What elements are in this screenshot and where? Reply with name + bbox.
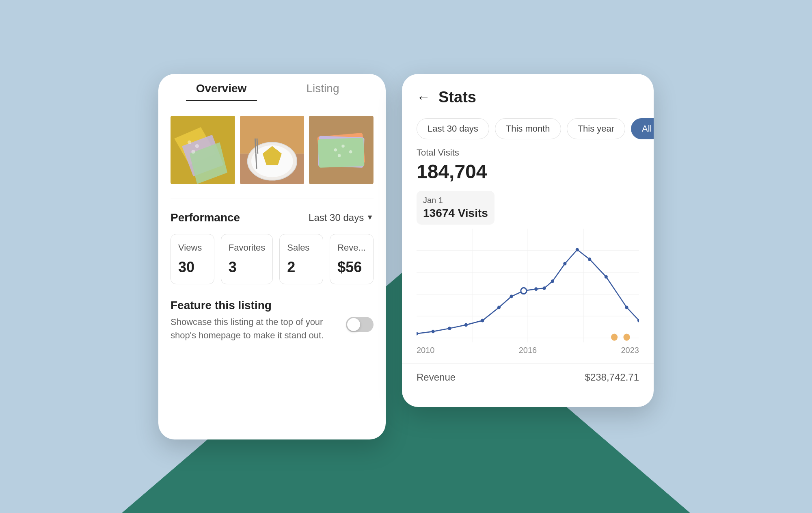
svg-point-39 <box>481 318 484 322</box>
svg-point-44 <box>543 286 546 290</box>
svg-point-49 <box>605 275 608 279</box>
stats-content: Total Visits 184,704 Jan 1 13674 Visits <box>402 147 654 355</box>
stat-value-views: 30 <box>178 259 207 276</box>
tabs-row: Overview Listing <box>158 74 386 101</box>
stats-header: ← Stats <box>402 74 654 114</box>
svg-line-17 <box>256 154 257 169</box>
year-2023: 2023 <box>621 346 639 355</box>
period-label: Last 30 days <box>309 212 364 223</box>
svg-point-6 <box>195 144 199 147</box>
filter-pills: Last 30 days This month This year All ti… <box>402 114 654 147</box>
pill-thismonth[interactable]: This month <box>495 118 561 139</box>
performance-section: Performance Last 30 days ▼ Views 30 Favo… <box>158 199 386 284</box>
screens-container: Overview Listing <box>126 50 686 464</box>
product-image-3[interactable] <box>309 113 374 186</box>
pill-last30days[interactable]: Last 30 days <box>417 118 489 139</box>
svg-point-36 <box>432 329 435 333</box>
feature-section: Feature this listing Showcase this listi… <box>158 284 386 342</box>
svg-point-35 <box>417 332 418 336</box>
performance-title: Performance <box>171 211 240 224</box>
product-images-row <box>158 101 386 199</box>
stat-label-revenue: Reve... <box>337 242 366 253</box>
year-2016: 2016 <box>519 346 537 355</box>
stat-value-sales: 2 <box>287 259 315 276</box>
line-chart <box>417 229 639 342</box>
total-visits-label: Total Visits <box>417 147 639 158</box>
svg-point-53 <box>623 333 630 340</box>
product-image-2[interactable] <box>240 113 304 186</box>
svg-line-15 <box>255 138 256 153</box>
revenue-value: $238,742.71 <box>585 372 639 383</box>
svg-point-42 <box>521 288 527 294</box>
svg-point-25 <box>349 150 352 153</box>
stat-card-sales: Sales 2 <box>279 234 323 284</box>
stat-label-favorites: Favorites <box>229 242 265 253</box>
svg-point-5 <box>188 140 191 144</box>
svg-point-45 <box>551 279 554 283</box>
svg-point-50 <box>625 305 628 309</box>
year-2010: 2010 <box>417 346 435 355</box>
svg-point-24 <box>342 144 345 147</box>
tooltip-date: Jan 1 <box>423 196 488 205</box>
tooltip-value: 13674 Visits <box>423 207 488 220</box>
tab-overview[interactable]: Overview <box>171 82 272 101</box>
performance-header: Performance Last 30 days ▼ <box>171 211 374 224</box>
back-button[interactable]: ← <box>417 89 430 105</box>
svg-point-48 <box>588 258 591 261</box>
svg-point-38 <box>464 323 468 327</box>
dropdown-arrow-icon: ▼ <box>366 213 374 222</box>
stat-value-revenue: $56 <box>337 259 366 276</box>
stat-card-favorites: Favorites 3 <box>221 234 273 284</box>
svg-point-23 <box>334 148 337 151</box>
total-visits-value: 184,704 <box>417 160 639 183</box>
pill-thisyear[interactable]: This year <box>567 118 625 139</box>
svg-point-46 <box>563 262 566 265</box>
stat-card-revenue: Reve... $56 <box>330 234 374 284</box>
stats-screen: ← Stats Last 30 days This month This yea… <box>402 74 654 407</box>
stats-grid: Views 30 Favorites 3 Sales 2 Reve... $56 <box>171 234 374 284</box>
chart-tooltip: Jan 1 13674 Visits <box>417 191 495 225</box>
svg-line-16 <box>257 138 258 153</box>
svg-point-52 <box>611 333 618 340</box>
stat-card-views: Views 30 <box>171 234 214 284</box>
feature-row: Showcase this listing at the top of your… <box>171 315 374 342</box>
pill-alltime[interactable]: All time <box>631 118 654 139</box>
svg-point-26 <box>338 154 341 157</box>
left-phone-screen: Overview Listing <box>158 74 386 439</box>
revenue-label: Revenue <box>417 372 456 383</box>
feature-description: Showcase this listing at the top of your… <box>171 315 338 342</box>
revenue-section: Revenue $238,742.71 <box>402 363 654 383</box>
svg-point-47 <box>576 248 579 251</box>
stat-label-sales: Sales <box>287 242 315 253</box>
stat-value-favorites: 3 <box>229 259 265 276</box>
feature-toggle[interactable] <box>346 317 374 332</box>
product-image-1[interactable] <box>171 113 235 186</box>
revenue-row: Revenue $238,742.71 <box>417 372 639 383</box>
feature-listing-title: Feature this listing <box>171 299 374 312</box>
period-selector[interactable]: Last 30 days ▼ <box>309 212 374 223</box>
stat-label-views: Views <box>178 242 207 253</box>
svg-point-37 <box>448 327 451 330</box>
svg-point-7 <box>191 150 195 154</box>
stats-main: Total Visits 184,704 Jan 1 13674 Visits <box>417 147 639 355</box>
stats-title: Stats <box>438 89 476 106</box>
svg-point-43 <box>534 287 538 291</box>
svg-point-40 <box>497 305 501 309</box>
svg-point-41 <box>510 294 513 298</box>
chart-year-labels: 2010 2016 2023 <box>417 342 639 355</box>
tab-listing[interactable]: Listing <box>272 82 374 101</box>
svg-rect-22 <box>318 138 364 168</box>
